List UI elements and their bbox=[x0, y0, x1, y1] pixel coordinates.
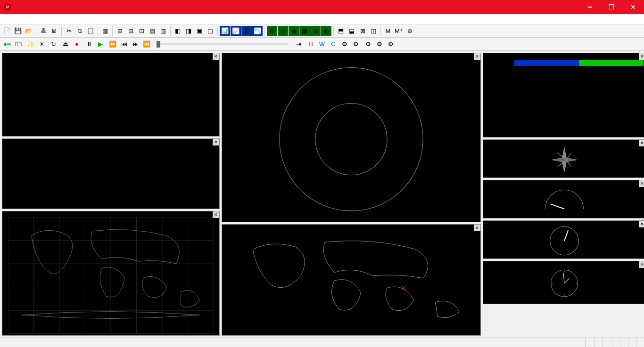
cfg2-icon[interactable]: M⁺ bbox=[394, 26, 404, 36]
sky-view-pane: ✕ bbox=[222, 53, 481, 222]
pane-close-icon[interactable]: ✕ bbox=[213, 211, 219, 218]
speed-gauge-pane: ✕ bbox=[483, 180, 644, 218]
save-icon[interactable]: 💾 bbox=[13, 26, 23, 36]
svg-line-24 bbox=[551, 204, 564, 209]
layout1-icon[interactable]: ◧ bbox=[173, 26, 183, 36]
cold-c-icon[interactable]: C bbox=[328, 39, 339, 49]
win1-icon[interactable]: ⊕ bbox=[267, 26, 277, 36]
open-icon[interactable]: 📂 bbox=[24, 26, 34, 36]
connect-icon[interactable]: ●━ bbox=[2, 39, 12, 49]
status-elapsed bbox=[628, 338, 636, 347]
step-fwd-icon[interactable]: ⏭ bbox=[130, 39, 140, 49]
pane-close-icon[interactable]: ✕ bbox=[474, 53, 480, 60]
win4-icon[interactable]: ▦ bbox=[299, 26, 310, 36]
altimeter-pane: ✕ bbox=[483, 220, 644, 259]
menu-bar bbox=[0, 14, 644, 24]
app-icon: P bbox=[4, 3, 11, 11]
speedometer-icon bbox=[483, 180, 644, 218]
gnss3-icon[interactable]: ⚙ bbox=[386, 39, 396, 49]
msg3-icon[interactable]: ⊠ bbox=[357, 26, 368, 36]
layout2-icon[interactable]: ◨ bbox=[183, 26, 194, 36]
menu-help[interactable] bbox=[68, 18, 77, 21]
tool-a-icon[interactable]: ▦ bbox=[100, 26, 110, 36]
pane-close-icon[interactable]: ✕ bbox=[639, 180, 644, 187]
msg1-icon[interactable]: ⬒ bbox=[336, 26, 346, 36]
pane-close-icon[interactable]: ✕ bbox=[213, 139, 219, 145]
pane-close-icon[interactable]: ✕ bbox=[639, 140, 644, 146]
menu-player[interactable] bbox=[30, 18, 40, 21]
win5-icon[interactable]: ⊞ bbox=[310, 26, 321, 36]
view1-icon[interactable]: ⊞ bbox=[115, 26, 125, 36]
reset-icon[interactable]: ↻ bbox=[48, 39, 58, 49]
gear2-icon[interactable]: ⚙ bbox=[351, 39, 361, 49]
rewind-icon[interactable]: ⏪ bbox=[141, 39, 152, 49]
deviation-map-pane: ✕ bbox=[222, 224, 481, 336]
dock2-icon[interactable]: 📈 bbox=[231, 26, 241, 36]
pause-icon[interactable]: ⏸ bbox=[84, 39, 94, 49]
baud-icon[interactable]: ⎍⎍ bbox=[13, 39, 24, 49]
msg4-icon[interactable]: ◫ bbox=[368, 26, 379, 36]
sky-plot-icon bbox=[222, 53, 480, 220]
menu-edit[interactable] bbox=[11, 18, 21, 21]
step-back-icon[interactable]: ⏮ bbox=[119, 39, 129, 49]
warm-w-icon[interactable]: W bbox=[317, 39, 327, 49]
print-icon[interactable]: 🖶 bbox=[38, 26, 49, 36]
signal-strength-pane: ✕ bbox=[2, 53, 220, 137]
eject-icon[interactable]: ⏏ bbox=[60, 39, 71, 49]
pane-close-icon[interactable]: ✕ bbox=[639, 53, 644, 60]
pane-close-icon[interactable]: ✕ bbox=[213, 53, 219, 60]
workspace: ✕ ✕ ✕ ✕ bbox=[0, 51, 644, 338]
gnss2-icon[interactable]: ⚙ bbox=[374, 39, 385, 49]
view5-icon[interactable]: ▥ bbox=[158, 26, 168, 36]
view3-icon[interactable]: ⊡ bbox=[136, 26, 147, 36]
compass-pane: ✕ bbox=[483, 139, 644, 178]
status-bar bbox=[0, 338, 644, 347]
satellites-bar bbox=[514, 60, 644, 66]
pane-close-icon[interactable]: ✕ bbox=[474, 225, 480, 231]
wand-icon[interactable]: ✨ bbox=[25, 39, 36, 49]
new-icon[interactable]: 📄 bbox=[2, 26, 12, 36]
win2-icon[interactable]: ◎ bbox=[278, 26, 288, 36]
dock1-icon[interactable]: 📊 bbox=[220, 26, 230, 36]
dock4-icon[interactable]: 📉 bbox=[252, 26, 263, 36]
cut-icon[interactable]: ✂ bbox=[64, 26, 74, 36]
svg-point-16 bbox=[280, 67, 423, 210]
end-icon[interactable]: ⇥ bbox=[293, 39, 304, 49]
pane-close-icon[interactable]: ✕ bbox=[639, 261, 644, 268]
menu-receiver[interactable] bbox=[40, 18, 49, 21]
view4-icon[interactable]: ▤ bbox=[147, 26, 157, 36]
win6-icon[interactable]: ◐ bbox=[321, 26, 331, 36]
cfg3-icon[interactable]: ⊕ bbox=[405, 26, 415, 36]
sun-icon[interactable]: ☀ bbox=[37, 39, 47, 49]
msg2-icon[interactable]: ⬓ bbox=[347, 26, 357, 36]
player-slider[interactable] bbox=[157, 43, 289, 45]
layout4-icon[interactable]: ▢ bbox=[205, 26, 215, 36]
close-button[interactable]: ✕ bbox=[622, 0, 644, 14]
paste-icon[interactable]: 📋 bbox=[85, 26, 96, 36]
status-reserved bbox=[594, 338, 603, 347]
cfg1-icon[interactable]: M bbox=[383, 26, 393, 36]
hot-h-icon[interactable]: H bbox=[305, 39, 316, 49]
preview-icon[interactable]: 🗎 bbox=[49, 26, 59, 36]
view2-icon[interactable]: ⊟ bbox=[125, 26, 136, 36]
toolbar-player: ●━ ⎍⎍ ✨ ☀ ↻ ⏏ ● ⏸ ▶ ⏩ ⏮ ⏭ ⏪ ⇥ H W C ⚙ ⚙ … bbox=[0, 38, 644, 51]
pane-close-icon[interactable]: ✕ bbox=[639, 221, 644, 227]
gnss1-icon[interactable]: ⚙ bbox=[363, 39, 373, 49]
status-time bbox=[636, 338, 644, 347]
record-icon[interactable]: ● bbox=[72, 39, 82, 49]
layout3-icon[interactable]: ▣ bbox=[194, 26, 205, 36]
ffwd-icon[interactable]: ⏩ bbox=[107, 39, 118, 49]
play-icon[interactable]: ▶ bbox=[95, 39, 106, 49]
copy-icon[interactable]: ⧉ bbox=[74, 26, 85, 36]
menu-file[interactable] bbox=[2, 18, 11, 21]
menu-view[interactable] bbox=[21, 18, 30, 21]
win3-icon[interactable]: ◉ bbox=[289, 26, 299, 36]
menu-tools[interactable] bbox=[49, 18, 58, 21]
menu-window[interactable] bbox=[58, 18, 68, 21]
minimize-button[interactable]: ━ bbox=[579, 0, 601, 14]
gear1-icon[interactable]: ⚙ bbox=[339, 39, 350, 49]
title-bar: P ━ ❐ ✕ bbox=[0, 0, 644, 14]
dock3-icon[interactable]: 🎛 bbox=[241, 26, 252, 36]
world-track-pane: ✕ bbox=[2, 211, 220, 336]
maximize-button[interactable]: ❐ bbox=[601, 0, 622, 14]
